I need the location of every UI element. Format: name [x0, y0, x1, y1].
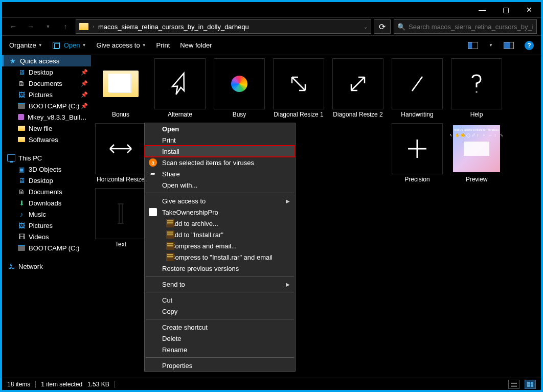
file-text[interactable]: Text — [93, 188, 148, 248]
cm-send-to[interactable]: Send to▶ — [145, 279, 295, 290]
file-label: Diagonal Resize 2 — [332, 111, 383, 118]
search-input[interactable] — [409, 23, 533, 31]
cm-give-access[interactable]: Give access to▶ — [145, 195, 295, 206]
cm-compress-rar-email[interactable]: Compress to "Install.rar" and email — [145, 251, 295, 263]
sidebar-pc-desktop[interactable]: 🖥Desktop — [2, 175, 91, 186]
file-help[interactable]: Help — [449, 58, 504, 118]
sidebar-this-pc[interactable]: This PC — [2, 152, 91, 164]
view-preview-a[interactable] — [467, 40, 479, 51]
network-icon: 🖧 — [7, 262, 15, 270]
sidebar-pc-bootcamp[interactable]: BOOTCAMP (C:) — [2, 242, 91, 253]
sidebar: ★Quick access 🖥Desktop📌 🗎Documents📌 🖼Pic… — [2, 55, 91, 378]
sidebar-quick-access[interactable]: ★Quick access — [2, 55, 91, 66]
view-preview-b[interactable] — [503, 40, 514, 51]
sidebar-documents[interactable]: 🗎Documents📌 — [2, 78, 91, 89]
cm-cut[interactable]: Cut — [145, 294, 295, 306]
cm-restore[interactable]: Restore previous versions — [145, 263, 295, 274]
cm-delete[interactable]: Delete — [145, 333, 295, 344]
file-handwriting[interactable]: Handwriting — [390, 58, 445, 118]
back-button[interactable]: ← — [6, 19, 20, 34]
pen-icon — [407, 74, 427, 94]
sidebar-pc-documents[interactable]: 🗎Documents — [2, 186, 91, 197]
pin-icon: 📌 — [81, 69, 88, 76]
sidebar-desktop[interactable]: 🖥Desktop📌 — [2, 66, 91, 78]
cm-share[interactable]: ➦Share — [145, 168, 295, 179]
file-label: Precision — [403, 176, 431, 183]
sidebar-network[interactable]: 🖧Network — [2, 261, 91, 272]
give-access-menu[interactable]: Give access to▼ — [96, 41, 146, 49]
search-box[interactable]: 🔍 — [394, 19, 537, 34]
share-icon: ➦ — [149, 170, 157, 178]
maximize-button[interactable]: ▢ — [494, 2, 517, 17]
file-diag2[interactable]: Diagonal Resize 2 — [330, 58, 386, 118]
cm-copy[interactable]: Copy — [145, 306, 295, 317]
print-button[interactable]: Print — [156, 41, 170, 49]
status-size: 1.53 KB — [87, 381, 109, 388]
file-diag1[interactable]: Diagonal Resize 1 — [271, 58, 326, 118]
sidebar-videos[interactable]: 🎞Videos — [2, 231, 91, 242]
objects-icon: ▣ — [17, 165, 26, 173]
file-precision[interactable]: Precision — [390, 123, 445, 183]
sidebar-softwares[interactable]: Softwares — [2, 134, 91, 145]
close-button[interactable]: ✕ — [517, 2, 541, 17]
sidebar-3dobjects[interactable]: ▣3D Objects — [2, 164, 91, 175]
view-details-button[interactable] — [508, 380, 519, 389]
refresh-button[interactable]: ⟳ — [374, 19, 391, 34]
up-button[interactable]: ↑ — [58, 19, 73, 34]
navbar: ← → ▼ ↑ › macos_sierra_retina_cursors_by… — [2, 17, 541, 36]
cm-create-shortcut[interactable]: Create shortcut — [145, 321, 295, 333]
cm-takeownership[interactable]: TakeOwnershipPro — [145, 206, 295, 218]
cm-add-archive[interactable]: Add to archive... — [145, 218, 295, 229]
file-busy[interactable]: Busy — [212, 58, 267, 118]
folder-icon — [17, 124, 26, 132]
cm-compress-email[interactable]: Compress and email... — [145, 240, 295, 251]
busy-icon — [231, 76, 247, 92]
cm-rename[interactable]: Rename — [145, 344, 295, 355]
file-hresize[interactable]: Horizontal Resize — [93, 123, 148, 183]
organize-menu[interactable]: Organize▼ — [9, 41, 42, 49]
sidebar-bootcamp[interactable]: BOOTCAMP (C:)📌 — [2, 100, 91, 111]
preview-image: macOS Sierra cursors for Windows ↖✋✊◯🖊I+… — [453, 125, 500, 172]
cm-install[interactable]: Install — [145, 146, 295, 157]
breadcrumb-sep-icon: › — [93, 24, 94, 29]
sidebar-downloads[interactable]: ⬇Downloads — [2, 197, 91, 209]
open-button[interactable]: Open▼ — [53, 41, 86, 49]
app-icon — [17, 113, 25, 121]
address-dropdown-icon[interactable]: ⌄ — [364, 24, 368, 30]
view-dropdown[interactable]: ▼ — [489, 43, 493, 48]
cursor-icon — [170, 71, 190, 97]
help-button[interactable]: ? — [525, 41, 534, 50]
toolbar: Organize▼ Open▼ Give access to▼ Print Ne… — [2, 36, 541, 55]
view-icons-button[interactable] — [525, 380, 536, 389]
submenu-arrow-icon: ▶ — [286, 198, 290, 204]
titlebar: — ▢ ✕ — [2, 2, 541, 17]
open-icon — [53, 42, 60, 49]
sidebar-newfile[interactable]: New file — [2, 123, 91, 134]
cm-add-rar[interactable]: Add to "Install.rar" — [145, 229, 295, 240]
file-label: Diagonal Resize 1 — [273, 111, 324, 118]
star-icon: ★ — [9, 57, 17, 65]
cm-scan[interactable]: aScan selected items for viruses — [145, 157, 295, 168]
new-folder-button[interactable]: New folder — [180, 41, 212, 49]
address-bar[interactable]: › macos_sierra_retina_cursors_by_in_doll… — [76, 19, 371, 34]
cm-open-with[interactable]: Open with... — [145, 179, 295, 191]
cm-print[interactable]: Print — [145, 134, 295, 146]
forward-button[interactable]: → — [24, 19, 38, 34]
sidebar-music[interactable]: ♪Music — [2, 209, 91, 220]
file-label: Help — [469, 111, 484, 118]
cm-open[interactable]: Open — [145, 123, 295, 134]
sidebar-mkey[interactable]: Mkey_v8.3.3_Build_06 — [2, 111, 91, 123]
sidebar-pc-pictures[interactable]: 🖼Pictures — [2, 220, 91, 231]
recent-dropdown[interactable]: ▼ — [41, 19, 55, 34]
file-label: Bonus — [111, 111, 130, 118]
file-label: Text — [114, 241, 127, 248]
file-bonus[interactable]: Bonus — [93, 58, 148, 118]
drive-icon — [17, 102, 26, 110]
sidebar-pictures[interactable]: 🖼Pictures📌 — [2, 89, 91, 100]
cm-properties[interactable]: Properties — [145, 360, 295, 371]
video-icon: 🎞 — [17, 233, 26, 241]
minimize-button[interactable]: — — [470, 2, 494, 17]
file-preview[interactable]: macOS Sierra cursors for Windows ↖✋✊◯🖊I+… — [449, 123, 504, 183]
resize-icon — [288, 73, 309, 95]
file-alternate[interactable]: Alternate — [152, 58, 208, 118]
